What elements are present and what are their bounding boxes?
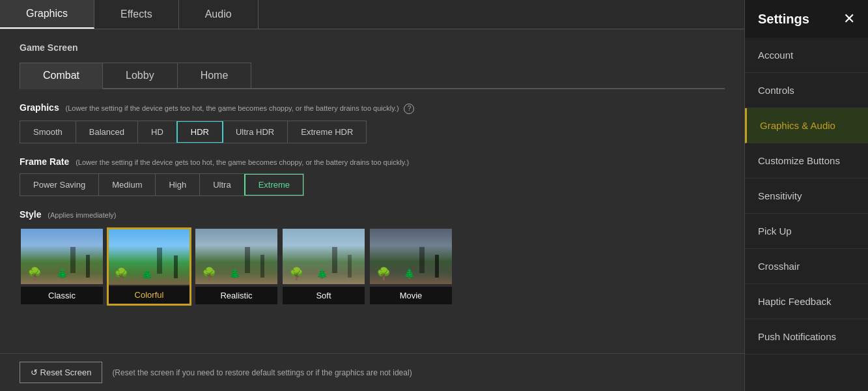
style-realistic-label: Realistic — [195, 287, 277, 304]
graphics-help-icon[interactable]: ? — [404, 104, 414, 114]
tab-graphics[interactable]: Graphics — [0, 0, 94, 29]
tab-audio[interactable]: Audio — [179, 0, 259, 29]
style-soft[interactable]: 🌳 🌲 Soft — [281, 227, 366, 306]
fps-ultra[interactable]: Ultra — [200, 174, 244, 195]
sidebar-item-pick-up[interactable]: Pick Up — [745, 214, 868, 249]
screen-tab-bar: Combat Lobby Home — [20, 63, 725, 89]
game-screen-label: Game Screen — [20, 42, 725, 53]
graphics-smooth[interactable]: Smooth — [20, 121, 76, 143]
sidebar-item-account[interactable]: Account — [745, 38, 868, 73]
sidebar-item-customize-buttons[interactable]: Customize Buttons — [745, 143, 868, 179]
fps-medium[interactable]: Medium — [99, 174, 156, 195]
sidebar-item-sensitivity[interactable]: Sensitivity — [745, 179, 868, 214]
graphics-label: Graphics (Lower the setting if the devic… — [20, 102, 725, 114]
tab-combat[interactable]: Combat — [20, 63, 103, 89]
style-movie-label: Movie — [370, 287, 452, 304]
style-cards: 🌳 🌲 Classic 🌳 🌲 Colorful — [20, 227, 725, 306]
frame-rate-label-sub: (Lower the setting if the device gets to… — [76, 158, 409, 166]
graphics-balanced[interactable]: Balanced — [76, 121, 138, 143]
sidebar-header: Settings ✕ — [745, 0, 868, 38]
frame-rate-label: Frame Rate (Lower the setting if the dev… — [20, 156, 725, 167]
style-colorful[interactable]: 🌳 🌲 Colorful — [107, 227, 191, 306]
style-colorful-preview: 🌳 🌲 — [109, 229, 189, 285]
top-tab-bar: Graphics Effects Audio — [0, 0, 744, 29]
graphics-options: Smooth Balanced HD HDR Ultra HDR Extreme… — [20, 121, 367, 143]
style-label-main: Style — [20, 209, 41, 220]
graphics-extreme-hdr[interactable]: Extreme HDR — [288, 121, 366, 143]
tab-effects[interactable]: Effects — [94, 0, 179, 29]
fps-extreme[interactable]: Extreme — [244, 173, 304, 196]
sidebar: Settings ✕ Account Controls Graphics & A… — [744, 0, 868, 391]
tab-home[interactable]: Home — [177, 63, 252, 88]
style-movie-preview: 🌳 🌲 — [370, 229, 452, 284]
style-classic-preview: 🌳 🌲 — [21, 229, 103, 284]
graphics-section: Graphics (Lower the setting if the devic… — [20, 102, 725, 143]
main-content: Graphics Effects Audio Game Screen Comba… — [0, 0, 744, 391]
reset-screen-button[interactable]: ↺ Reset Screen — [20, 362, 102, 383]
style-colorful-label: Colorful — [109, 286, 189, 304]
sidebar-item-crosshair[interactable]: Crosshair — [745, 249, 868, 284]
content-area: Game Screen Combat Lobby Home Graphics (… — [0, 29, 744, 353]
close-button[interactable]: ✕ — [843, 10, 855, 27]
bottom-bar: ↺ Reset Screen (Reset the screen if you … — [0, 353, 744, 391]
style-soft-preview: 🌳 🌲 — [283, 229, 365, 284]
sidebar-item-controls[interactable]: Controls — [745, 73, 868, 108]
style-label-sub: (Applies immediately) — [48, 211, 116, 219]
sidebar-item-graphics-audio[interactable]: Graphics & Audio — [745, 108, 868, 143]
graphics-hd[interactable]: HD — [138, 121, 177, 143]
sidebar-title: Settings — [758, 12, 809, 27]
fps-high[interactable]: High — [156, 174, 200, 195]
style-realistic-preview: 🌳 🌲 — [195, 229, 277, 284]
frame-rate-section: Frame Rate (Lower the setting if the dev… — [20, 156, 725, 196]
style-label: Style (Applies immediately) — [20, 209, 725, 220]
style-classic-label: Classic — [21, 287, 103, 304]
sidebar-item-haptic-feedback[interactable]: Haptic Feedback — [745, 284, 868, 319]
style-soft-label: Soft — [283, 287, 365, 304]
style-section: Style (Applies immediately) 🌳 🌲 Classic — [20, 209, 725, 306]
frame-rate-options: Power Saving Medium High Ultra Extreme — [20, 173, 304, 196]
graphics-ultra-hdr[interactable]: Ultra HDR — [223, 121, 288, 143]
style-classic[interactable]: 🌳 🌲 Classic — [20, 227, 104, 306]
graphics-hdr[interactable]: HDR — [176, 121, 223, 143]
tab-lobby[interactable]: Lobby — [102, 63, 178, 88]
style-movie[interactable]: 🌳 🌲 Movie — [369, 227, 453, 306]
graphics-label-sub: (Lower the setting if the device gets to… — [66, 104, 399, 112]
graphics-label-main: Graphics — [20, 102, 59, 113]
fps-power-saving[interactable]: Power Saving — [20, 174, 99, 195]
frame-rate-label-main: Frame Rate — [20, 156, 69, 167]
reset-note: (Reset the screen if you need to restore… — [112, 368, 412, 377]
sidebar-item-push-notifications[interactable]: Push Notifications — [745, 319, 868, 355]
style-realistic[interactable]: 🌳 🌲 Realistic — [194, 227, 279, 306]
